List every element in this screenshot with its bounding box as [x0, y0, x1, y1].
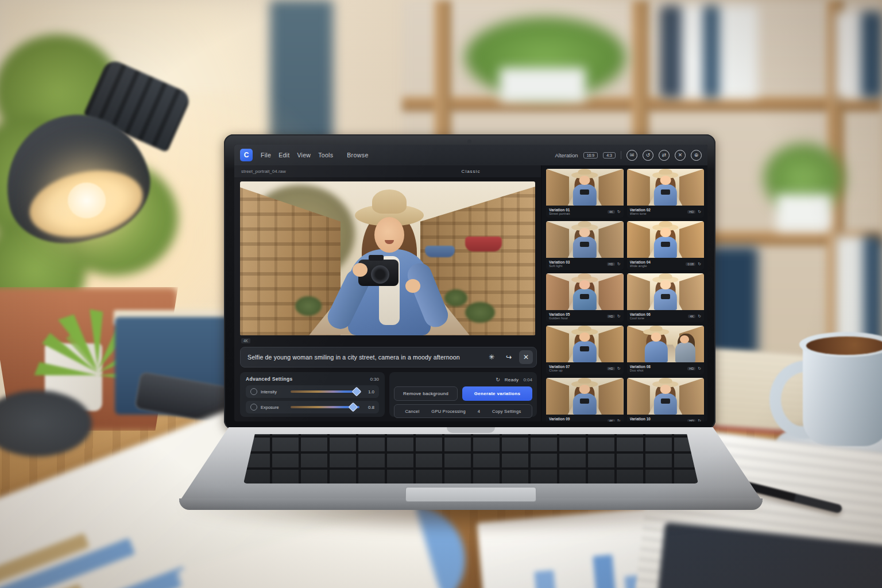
variation-thumbnail[interactable]: Variation 01Street portrait4K↻: [546, 169, 624, 218]
menu-view[interactable]: View: [297, 152, 311, 158]
ratio-badge-a[interactable]: 16:9: [583, 152, 598, 158]
variation-thumbnail[interactable]: Variation 03Soft lightHD↻: [546, 221, 624, 270]
variation-thumbnail[interactable]: Variation 02Warm toneHD↻: [627, 169, 705, 218]
adjustments-value: 0:30: [370, 377, 379, 382]
undo-icon[interactable]: ↺: [643, 150, 653, 161]
slider-value: 1.0: [363, 389, 374, 394]
camera-top: [369, 255, 384, 261]
thumb-badge: 4K: [608, 210, 615, 214]
preview-footer: 4K: [240, 336, 535, 345]
variation-thumbnail[interactable]: Variation 05Golden hourHD↻: [546, 273, 624, 322]
menu-tools[interactable]: Tools: [318, 152, 333, 158]
woman-face: [374, 217, 404, 253]
browse-button[interactable]: Browse: [347, 152, 368, 158]
preview-image: [240, 181, 535, 335]
slider-handle[interactable]: [349, 403, 358, 412]
slider-reset-icon[interactable]: [250, 388, 257, 395]
status-label: Ready: [505, 377, 519, 382]
slider-track[interactable]: [291, 406, 359, 408]
alteration-label[interactable]: Alteration: [555, 152, 578, 158]
variations-panel: Variation 01Street portrait4K↻ Variation…: [541, 165, 707, 421]
slider-track[interactable]: [291, 390, 359, 393]
variation-thumbnail[interactable]: Variation 06Cool tone4K↻: [627, 273, 705, 322]
slider-label: Exposure: [261, 405, 287, 410]
blue-awning: [425, 246, 455, 257]
menu-bar: File Edit View Tools: [261, 152, 333, 158]
thumb-badge: HD: [607, 315, 615, 318]
thumbnail-image: [546, 169, 624, 206]
adjustments-panel: Advanced Settings 0:30 Intensity 1.0 Exp…: [240, 372, 385, 417]
remove-background-button[interactable]: Remove background: [394, 386, 458, 401]
mail-icon[interactable]: ✉: [626, 150, 637, 161]
ratio-badge-b[interactable]: 4:3: [603, 152, 616, 158]
send-icon[interactable]: ↪: [502, 350, 516, 364]
thumb-badge: HD: [687, 367, 695, 370]
camera-lens: [371, 265, 389, 284]
clear-icon[interactable]: ✕: [519, 350, 533, 364]
generate-variations-button[interactable]: Generate variations: [462, 386, 532, 401]
slider-row-intensity: Intensity 1.0: [246, 385, 379, 398]
thumbnail-image: [546, 378, 624, 415]
thumbnail-image: [627, 326, 705, 362]
copy-settings-label[interactable]: Copy Settings: [492, 409, 521, 414]
count-label: 4: [478, 409, 480, 414]
thumb-refresh-icon[interactable]: ↻: [698, 210, 701, 214]
variation-thumbnail[interactable]: Variation 09Backlit4K↻: [546, 378, 624, 421]
magic-wand-icon[interactable]: ✳: [485, 350, 498, 364]
binders: [660, 6, 758, 98]
swap-icon[interactable]: ⇄: [659, 150, 670, 161]
street-planter: [295, 296, 322, 316]
toolbar-divider: [621, 151, 621, 159]
app-logo[interactable]: C: [240, 149, 253, 161]
app-screen: C File Edit View Tools Browse Alteration…: [234, 145, 707, 421]
thumbnail-image: [546, 221, 624, 258]
thumb-refresh-icon[interactable]: ↻: [698, 366, 701, 371]
straw-hat-crown: [372, 189, 407, 214]
thumb-refresh-icon[interactable]: ↻: [617, 366, 621, 371]
slider-row-exposure: Exposure 0.8: [246, 401, 379, 413]
thumb-badge: HD: [687, 210, 695, 214]
webcam: [467, 140, 471, 144]
refresh-icon[interactable]: ↻: [496, 377, 500, 382]
thumb-badge: 0:08: [686, 262, 695, 266]
thumb-refresh-icon[interactable]: ↻: [617, 210, 621, 214]
plant-pot: [500, 68, 586, 102]
laptop-trackpad: [405, 487, 536, 502]
prompt-bar[interactable]: Selfie de young woman smiling in a city …: [240, 347, 537, 368]
binder: [835, 11, 882, 98]
slider-handle[interactable]: [352, 387, 362, 397]
variation-thumbnail[interactable]: Variation 07Close upHD↻: [546, 326, 624, 374]
laptop-notch: [447, 427, 495, 433]
thumb-refresh-icon[interactable]: ↻: [698, 262, 701, 266]
app-toolbar: C File Edit View Tools Browse Alteration…: [234, 145, 707, 165]
thumbnail-image: [546, 273, 624, 310]
bottom-action-bar[interactable]: Cancel GPU Processing 4 Copy Settings: [394, 404, 532, 418]
desk-lamp-bulb: [68, 183, 106, 218]
thumb-refresh-icon[interactable]: ↻: [698, 314, 701, 319]
thumb-badge: HD: [687, 419, 695, 422]
menu-file[interactable]: File: [261, 152, 271, 158]
close-icon[interactable]: ✕: [675, 150, 686, 161]
status-row: ↻ Ready 0:04: [394, 376, 532, 384]
thumb-refresh-icon[interactable]: ↻: [698, 419, 701, 422]
variation-thumbnail-duo[interactable]: Variation 08Duo shotHD↻: [627, 326, 705, 374]
adjustments-title: Advanced Settings: [246, 376, 293, 382]
thumbnail-image: [627, 221, 705, 258]
actions-panel: ↻ Ready 0:04 Remove background Generate …: [389, 372, 537, 417]
globe-icon[interactable]: ⊕: [691, 150, 702, 161]
menu-edit[interactable]: Edit: [278, 152, 289, 158]
slider-reset-icon[interactable]: [250, 404, 257, 411]
thumbnail-image: [627, 378, 705, 415]
thumb-refresh-icon[interactable]: ↻: [617, 262, 621, 266]
cancel-label[interactable]: Cancel: [405, 409, 419, 414]
thumbnail-image: [627, 169, 705, 206]
red-awning: [465, 237, 502, 252]
plant-pot: [776, 194, 831, 231]
prompt-text[interactable]: Selfie de young woman smiling in a city …: [247, 354, 481, 361]
thumb-badge: HD: [607, 262, 615, 266]
thumb-refresh-icon[interactable]: ↻: [617, 314, 621, 319]
variation-thumbnail[interactable]: Variation 04Wide angle0:08↻: [627, 221, 705, 270]
variation-thumbnail[interactable]: Variation 10CandidHD↻: [627, 378, 705, 421]
thumb-refresh-icon[interactable]: ↻: [617, 419, 621, 422]
slider-label: Intensity: [261, 389, 287, 394]
